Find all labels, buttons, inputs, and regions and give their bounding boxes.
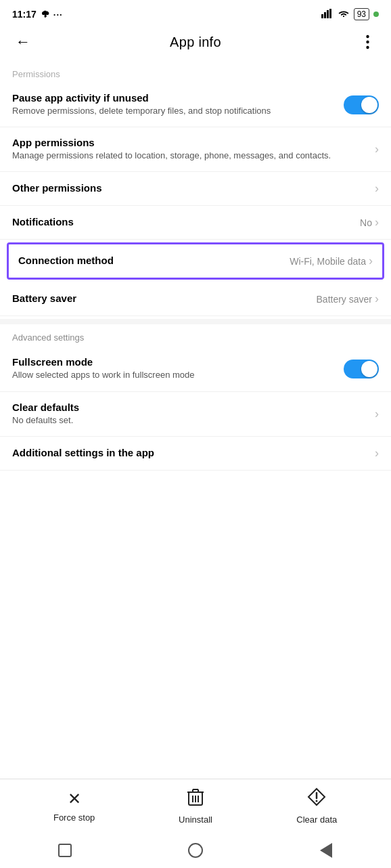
additional-settings-text: Additional settings in the app: [12, 447, 375, 460]
active-dot: [373, 12, 379, 17]
other-permissions-title: Other permissions: [12, 182, 367, 194]
nav-back-button[interactable]: [310, 834, 342, 867]
more-options-button[interactable]: [356, 30, 380, 54]
top-nav: ← App info: [0, 26, 391, 61]
nav-home-icon: [188, 843, 203, 858]
app-permissions-subtitle: Manage permissions related to location, …: [12, 150, 367, 162]
toggle-knob: [361, 97, 377, 113]
svg-rect-1: [324, 12, 326, 18]
battery-saver-title: Battery saver: [12, 292, 308, 304]
clear-defaults-subtitle: No defaults set.: [12, 414, 367, 427]
connection-method-title: Connection method: [18, 255, 281, 266]
advanced-settings-label: Advanced settings: [0, 327, 391, 347]
force-stop-icon: ✕: [68, 789, 81, 808]
status-bar: 11:17 🌩 ··· 93: [0, 0, 391, 26]
svg-point-5: [367, 41, 369, 43]
pause-app-text: Pause app activity if unused Remove perm…: [12, 92, 344, 117]
clear-defaults-chevron: ›: [375, 407, 379, 421]
page-title: App info: [170, 35, 221, 50]
battery-saver-item[interactable]: Battery saver Battery saver ›: [0, 282, 391, 316]
notifications-text: Notifications: [12, 216, 360, 229]
notifications-value: No: [360, 217, 372, 228]
pause-app-title: Pause app activity if unused: [12, 92, 336, 104]
connection-method-right: Wi-Fi, Mobile data ›: [290, 254, 373, 268]
app-permissions-text: App permissions Manage permissions relat…: [12, 137, 375, 162]
connection-method-item[interactable]: Connection method Wi-Fi, Mobile data ›: [7, 242, 384, 280]
fullscreen-mode-item[interactable]: Fullscreen mode Allow selected apps to w…: [0, 347, 391, 391]
notifications-chevron: ›: [375, 215, 379, 230]
connection-method-value: Wi-Fi, Mobile data: [290, 256, 366, 267]
uninstall-icon: [187, 787, 204, 810]
pause-app-toggle[interactable]: [344, 95, 379, 114]
svg-point-4: [367, 35, 369, 38]
fullscreen-mode-text: Fullscreen mode Allow selected apps to w…: [12, 356, 344, 381]
svg-rect-0: [321, 14, 323, 18]
app-permissions-right: ›: [375, 142, 379, 156]
other-permissions-chevron: ›: [375, 181, 379, 196]
nav-back-icon: [320, 843, 332, 858]
notification-icon: 🌩: [41, 9, 49, 20]
nav-home-button[interactable]: [179, 834, 212, 867]
other-permissions-item[interactable]: Other permissions ›: [0, 172, 391, 206]
svg-rect-2: [327, 10, 329, 18]
notifications-item[interactable]: Notifications No ›: [0, 206, 391, 240]
additional-settings-chevron: ›: [375, 446, 379, 460]
clear-defaults-item[interactable]: Clear defaults No defaults set. ›: [0, 392, 391, 437]
fullscreen-toggle-knob: [361, 361, 377, 377]
permissions-label: Permissions: [12, 69, 60, 79]
other-permissions-right: ›: [375, 181, 379, 196]
uninstall-button[interactable]: Uninstall: [168, 787, 223, 825]
section-divider: [0, 319, 391, 324]
dots-icon: ···: [53, 9, 63, 20]
app-permissions-item[interactable]: App permissions Manage permissions relat…: [0, 127, 391, 172]
pause-app-item[interactable]: Pause app activity if unused Remove perm…: [0, 83, 391, 127]
force-stop-button[interactable]: ✕ Force stop: [47, 789, 101, 823]
clear-defaults-title: Clear defaults: [12, 402, 367, 413]
content-area: Permissions Pause app activity if unused…: [0, 61, 391, 471]
clear-data-button[interactable]: Clear data: [290, 787, 344, 825]
permissions-section-header: Permissions: [0, 61, 391, 83]
status-time: 11:17 🌩 ···: [12, 9, 63, 20]
connection-method-text: Connection method: [18, 255, 290, 267]
fullscreen-mode-subtitle: Allow selected apps to work in fullscree…: [12, 369, 336, 381]
nav-recents-button[interactable]: [49, 834, 81, 867]
svg-point-6: [367, 46, 369, 49]
uninstall-label: Uninstall: [179, 815, 212, 825]
nav-recents-icon: [58, 844, 72, 857]
wifi-icon: [338, 9, 350, 20]
battery-indicator: 93: [354, 8, 369, 20]
app-permissions-title: App permissions: [12, 137, 367, 148]
fullscreen-toggle[interactable]: [344, 360, 379, 378]
pause-app-subtitle: Remove permissions, delete temporary fil…: [12, 105, 336, 117]
notifications-title: Notifications: [12, 216, 352, 227]
svg-point-17: [316, 800, 318, 802]
fullscreen-mode-title: Fullscreen mode: [12, 356, 336, 368]
time-display: 11:17: [12, 9, 37, 20]
additional-settings-item[interactable]: Additional settings in the app ›: [0, 437, 391, 471]
back-button[interactable]: ←: [11, 30, 35, 54]
bottom-action-bar: ✕ Force stop Uninstall Clear: [0, 779, 391, 833]
connection-method-chevron: ›: [369, 254, 373, 268]
battery-saver-text: Battery saver: [12, 292, 317, 305]
clear-data-label: Clear data: [296, 815, 337, 825]
battery-saver-chevron: ›: [375, 292, 379, 306]
clear-defaults-right: ›: [375, 407, 379, 421]
battery-saver-value: Battery saver: [317, 294, 372, 305]
system-nav-bar: [0, 833, 391, 868]
clear-data-icon: [307, 787, 326, 810]
notifications-right: No ›: [360, 215, 379, 230]
battery-saver-right: Battery saver ›: [317, 292, 379, 306]
battery-level: 93: [357, 9, 366, 19]
clear-defaults-text: Clear defaults No defaults set.: [12, 402, 375, 427]
back-arrow-icon: ←: [16, 33, 30, 51]
status-icons: 93: [321, 8, 379, 20]
force-stop-label: Force stop: [53, 812, 95, 823]
other-permissions-text: Other permissions: [12, 182, 375, 195]
app-permissions-chevron: ›: [375, 142, 379, 156]
svg-rect-3: [329, 9, 331, 18]
signal-icon: [321, 9, 334, 20]
additional-settings-title: Additional settings in the app: [12, 447, 367, 458]
additional-settings-right: ›: [375, 446, 379, 460]
